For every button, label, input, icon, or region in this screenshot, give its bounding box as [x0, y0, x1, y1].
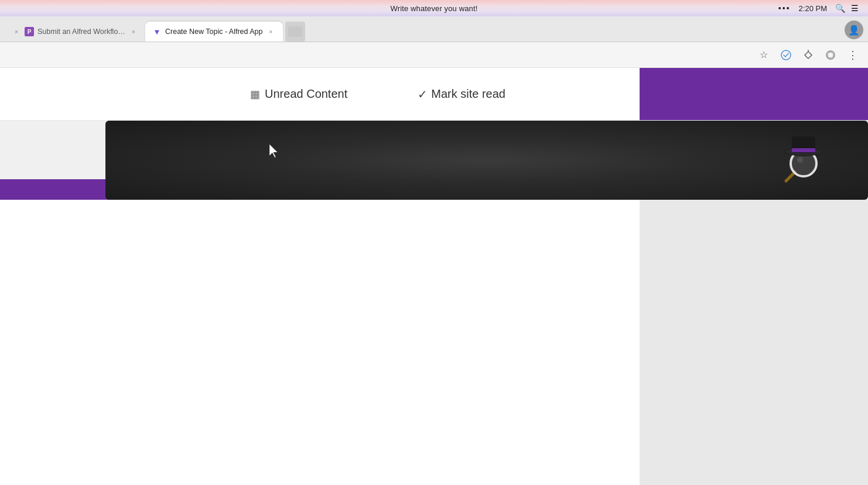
address-bar-right: ☆ ⋮	[756, 47, 861, 63]
unread-bar: ▦ Unread Content ✓ Mark site read	[0, 68, 868, 121]
tab-close-1[interactable]: ×	[12, 27, 21, 36]
os-bar: Write whatever you want! ••• 2:20 PM 🔍 ☰	[0, 0, 868, 16]
tab-title-2: Create New Topic - Alfred App	[165, 28, 263, 36]
extension-icon	[803, 50, 814, 60]
svg-point-0	[781, 50, 791, 60]
tab-bar: × P Submit an Alfred Workflow | Pa × ▼ C…	[0, 16, 868, 42]
purple-header-right	[640, 68, 868, 120]
os-bar-icons: 🔍 ☰	[835, 4, 859, 13]
unread-actions: ▦ Unread Content ✓ Mark site read	[59, 87, 697, 101]
more-icon: ⋮	[848, 49, 858, 62]
new-tab-button[interactable]	[285, 22, 305, 42]
unread-content-button[interactable]: ▦ Unread Content	[250, 87, 347, 101]
user-icon: 👤	[848, 25, 860, 36]
tab-favicon-1: P	[25, 27, 34, 36]
extension-button[interactable]	[800, 47, 816, 63]
main-content: ▦ Unread Content ✓ Mark site read	[0, 68, 868, 485]
vipassana-icon	[781, 50, 791, 60]
alfred-logo-svg	[777, 134, 830, 187]
mark-site-read-button[interactable]: ✓ Mark site read	[418, 87, 505, 101]
search-icon[interactable]: 🔍	[835, 4, 845, 13]
unread-content-icon: ▦	[250, 88, 260, 101]
svg-line-3	[786, 172, 795, 181]
mouse-cursor	[269, 144, 281, 160]
tab-create-topic[interactable]: ▼ Create New Topic - Alfred App ×	[145, 22, 283, 42]
alfred-banner	[105, 121, 868, 200]
tab-submit-alfred[interactable]: × P Submit an Alfred Workflow | Pa ×	[5, 22, 145, 42]
tab-close-btn-2[interactable]: ×	[266, 27, 276, 36]
bookmark-icon: ☆	[760, 49, 768, 60]
os-bar-time: 2:20 PM	[799, 4, 827, 13]
user-avatar[interactable]: 👤	[845, 21, 863, 39]
vipassana-button[interactable]	[778, 47, 794, 63]
mark-site-read-label: Mark site read	[431, 87, 505, 101]
list-icon[interactable]: ☰	[851, 4, 859, 13]
os-bar-title: Write whatever you want!	[391, 4, 478, 13]
openai-button[interactable]	[822, 47, 839, 63]
tab-title-1: Submit an Alfred Workflow | Pa	[37, 28, 125, 36]
tab-close-btn-1[interactable]: ×	[129, 27, 138, 36]
bookmark-button[interactable]: ☆	[756, 47, 772, 63]
os-bar-right-controls: ••• 2:20 PM 🔍 ☰	[778, 0, 859, 16]
tab-favicon-2: ▼	[152, 27, 162, 36]
openai-icon	[825, 50, 836, 60]
white-area	[0, 200, 640, 485]
svg-point-9	[797, 157, 803, 163]
more-button[interactable]: ⋮	[845, 47, 861, 63]
address-bar: ☆ ⋮	[0, 42, 868, 68]
mark-read-check-icon: ✓	[418, 87, 428, 101]
content-area	[0, 121, 868, 485]
alfred-logo	[774, 131, 833, 190]
new-tab-icon	[288, 26, 302, 37]
os-bar-dots: •••	[778, 4, 791, 13]
svg-rect-8	[792, 148, 815, 152]
unread-content-label: Unread Content	[265, 87, 347, 101]
browser: × P Submit an Alfred Workflow | Pa × ▼ C…	[0, 16, 868, 485]
